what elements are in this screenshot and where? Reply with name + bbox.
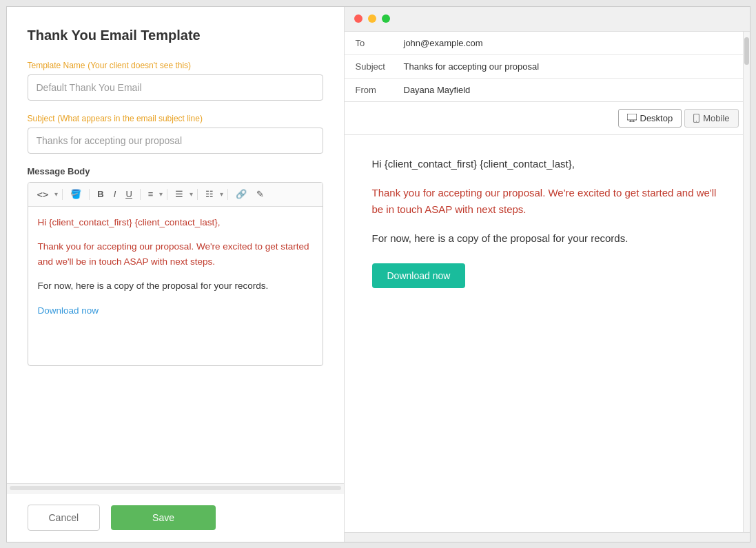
mobile-view-btn[interactable]: Mobile xyxy=(684,109,738,128)
toolbar-bold-btn[interactable]: B xyxy=(94,187,107,201)
toolbar-ul-chevron: ▾ xyxy=(220,190,223,198)
preview-for-now: For now, here is a copy of the proposal … xyxy=(372,230,722,247)
email-from-value: Dayana Mayfield xyxy=(404,85,471,95)
toolbar-underline-btn[interactable]: U xyxy=(122,187,135,201)
save-button[interactable]: Save xyxy=(111,505,216,530)
toolbar-code-btn[interactable]: <> xyxy=(34,187,52,202)
left-content: Thank You Email Template Template Name (… xyxy=(7,7,344,483)
preview-hi-line: Hi {client_contact_first} {client_contac… xyxy=(372,156,722,172)
subject-label: Subject (What appears in the email subje… xyxy=(28,113,323,123)
editor-thank-para: Thank you for accepting our proposal. We… xyxy=(38,239,313,269)
editor-download-link-wrapper: Download now xyxy=(38,303,313,318)
email-subject-value: Thanks for accepting our proposal xyxy=(404,61,540,72)
email-to-row: To john@example.com xyxy=(345,32,750,55)
toolbar-sep-2 xyxy=(89,189,90,200)
toolbar-code-chevron: ▾ xyxy=(54,190,58,198)
email-subject-label: Subject xyxy=(356,61,404,72)
h-scroll-track xyxy=(10,486,341,490)
email-preview: Hi {client_contact_first} {client_contac… xyxy=(345,135,750,532)
toolbar-ol-chevron: ▾ xyxy=(190,190,193,198)
panel-title: Thank You Email Template xyxy=(28,28,323,43)
toolbar-italic-btn[interactable]: I xyxy=(110,187,120,201)
message-body-label: Message Body xyxy=(28,166,323,176)
right-vertical-scrollbar[interactable] xyxy=(743,32,750,532)
template-name-field: Template Name (Your client doesn't see t… xyxy=(28,60,323,113)
cancel-button[interactable]: Cancel xyxy=(28,505,101,531)
template-name-label: Template Name (Your client doesn't see t… xyxy=(28,60,323,70)
toolbar-ordered-list-btn[interactable]: ☰ xyxy=(172,187,187,201)
right-horizontal-scrollbar[interactable] xyxy=(345,532,750,542)
desktop-icon xyxy=(627,114,637,122)
mobile-label: Mobile xyxy=(703,113,729,123)
toolbar-align-btn[interactable]: ≡ xyxy=(145,187,157,201)
desktop-view-btn[interactable]: Desktop xyxy=(618,109,682,128)
left-panel: Thank You Email Template Template Name (… xyxy=(7,7,345,542)
main-container: Thank You Email Template Template Name (… xyxy=(6,6,750,542)
editor-body[interactable]: Hi {client_contact_first} {client_contac… xyxy=(28,207,323,365)
email-from-label: From xyxy=(356,85,404,95)
subject-input[interactable] xyxy=(28,128,323,154)
email-to-value: john@example.com xyxy=(404,38,483,48)
toolbar-sep-3 xyxy=(140,189,141,200)
toolbar-sep-6 xyxy=(227,189,228,200)
view-toggle: Desktop Mobile xyxy=(345,102,750,135)
left-horizontal-scrollbar[interactable] xyxy=(7,483,344,493)
toolbar-sep-4 xyxy=(167,189,167,200)
mac-titlebar xyxy=(345,7,750,32)
mac-minimize-btn[interactable] xyxy=(368,14,376,23)
left-footer: Cancel Save xyxy=(7,493,344,542)
right-panel: To john@example.com Subject Thanks for a… xyxy=(345,7,750,542)
editor-for-now: For now, here is a copy of the proposal … xyxy=(38,278,313,294)
message-editor: <> ▾ 🪣 B I U ≡ ▾ ☰ ▾ ☷ ▾ xyxy=(28,182,323,366)
editor-download-link[interactable]: Download now xyxy=(38,305,99,316)
toolbar-unordered-list-btn[interactable]: ☷ xyxy=(202,187,217,201)
toolbar-align-chevron: ▾ xyxy=(159,190,163,198)
subject-field: Subject (What appears in the email subje… xyxy=(28,113,323,166)
email-from-row: From Dayana Mayfield xyxy=(345,79,750,101)
email-subject-row: Subject Thanks for accepting our proposa… xyxy=(345,55,750,79)
email-header: To john@example.com Subject Thanks for a… xyxy=(345,32,750,102)
email-to-label: To xyxy=(356,38,404,48)
preview-thank-para: Thank you for accepting our proposal. We… xyxy=(372,185,722,218)
template-name-input[interactable] xyxy=(28,74,323,101)
desktop-label: Desktop xyxy=(640,113,673,123)
svg-rect-0 xyxy=(627,114,637,120)
toolbar-paint-btn[interactable]: 🪣 xyxy=(67,187,85,201)
editor-toolbar: <> ▾ 🪣 B I U ≡ ▾ ☰ ▾ ☷ ▾ xyxy=(28,183,323,207)
editor-hi-line: Hi {client_contact_first} {client_contac… xyxy=(38,215,313,230)
toolbar-link-btn[interactable]: 🔗 xyxy=(232,187,250,201)
toolbar-sep-5 xyxy=(197,189,198,200)
toolbar-sep-1 xyxy=(62,189,63,200)
mac-maximize-btn[interactable] xyxy=(382,14,390,23)
right-vscroll-thumb xyxy=(744,37,749,65)
mac-close-btn[interactable] xyxy=(354,14,362,23)
mobile-icon xyxy=(693,114,699,123)
download-now-button[interactable]: Download now xyxy=(372,263,466,288)
toolbar-clear-btn[interactable]: ✎ xyxy=(253,187,267,201)
svg-point-5 xyxy=(696,121,697,122)
